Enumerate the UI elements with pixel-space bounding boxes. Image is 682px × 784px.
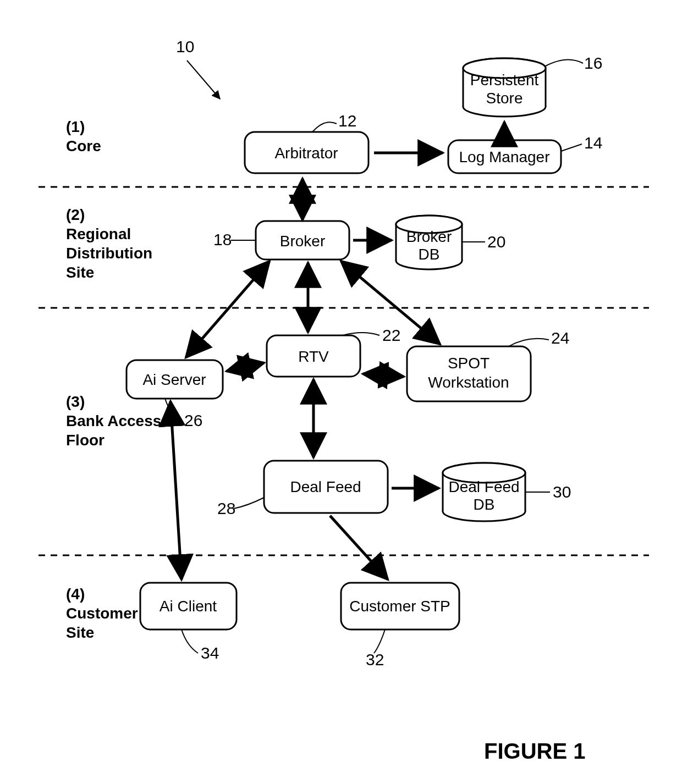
aiclient-label: Ai Client — [160, 598, 217, 615]
layer-regional-name1: Regional — [66, 225, 131, 242]
node-broker-db: Broker DB — [396, 216, 462, 269]
ref-customerstp: 32 — [366, 650, 384, 669]
layer-bank-id: (3) — [66, 393, 85, 410]
edge-broker-aiserver — [186, 261, 270, 357]
ref-persistent-leader — [546, 60, 583, 66]
ref-overall-pointer — [187, 60, 220, 99]
ref-dealfeed-leader — [234, 498, 264, 509]
ref-broker: 18 — [213, 230, 232, 249]
ref-logmanager: 14 — [584, 134, 602, 152]
spot-label2: Workstation — [428, 374, 509, 391]
arbitrator-label: Arbitrator — [274, 145, 338, 162]
node-persistent-store: Persistent Store — [463, 58, 546, 117]
ref-dealfeeddb: 30 — [553, 483, 571, 501]
broker-label: Broker — [280, 233, 325, 250]
aiserver-label: Ai Server — [142, 371, 206, 388]
persistent-label1: Persistent — [470, 71, 539, 89]
ref-spot-leader — [509, 339, 549, 346]
rtv-label: RTV — [298, 348, 329, 365]
layer-bank-name2: Floor — [66, 432, 105, 449]
customerstp-label: Customer STP — [349, 598, 450, 615]
edge-aiserver-aiclient — [170, 401, 182, 579]
layer-customer-name1: Customer — [66, 605, 138, 622]
edge-rtv-spot — [363, 374, 404, 377]
dealfeeddb-label1: Deal Feed — [448, 478, 519, 495]
dealfeed-label: Deal Feed — [290, 478, 361, 495]
layer-regional-id: (2) — [66, 206, 85, 223]
diagram-canvas: (1) Core (2) Regional Distribution Site … — [0, 0, 682, 784]
ref-spot: 24 — [551, 329, 569, 347]
ref-logmanager-leader — [561, 144, 582, 151]
layer-core-name: Core — [66, 137, 101, 154]
layer-customer-id: (4) — [66, 586, 85, 603]
ref-aiclient-leader — [182, 630, 198, 653]
layer-customer-name2: Site — [66, 624, 94, 641]
brokerdb-label1: Broker — [406, 228, 452, 245]
ref-rtv: 22 — [382, 326, 400, 344]
ref-dealfeed: 28 — [217, 499, 235, 517]
ref-arbitrator-leader — [312, 122, 337, 132]
ref-aiclient: 34 — [201, 644, 219, 662]
spot-label1: SPOT — [448, 355, 490, 372]
dealfeeddb-label2: DB — [474, 496, 495, 513]
edge-aiserver-rtv — [227, 363, 264, 371]
persistent-label2: Store — [486, 90, 523, 107]
ref-aiserver: 26 — [184, 411, 202, 429]
layer-bank-name1: Bank Access — [66, 412, 161, 429]
ref-customerstp-leader — [374, 630, 385, 653]
ref-aiserver-leader — [165, 399, 182, 421]
logmanager-label: Log Manager — [459, 148, 549, 165]
layer-regional-name3: Site — [66, 264, 94, 281]
ref-arbitrator: 12 — [338, 112, 356, 130]
ref-overall: 10 — [176, 37, 194, 56]
ref-persistent: 16 — [584, 54, 602, 72]
layer-core-id: (1) — [66, 118, 85, 135]
node-dealfeed-db: Deal Feed DB — [443, 463, 525, 521]
edge-dealfeed-customerstp — [330, 516, 388, 579]
brokerdb-label2: DB — [419, 246, 440, 263]
layer-regional-name2: Distribution — [66, 245, 152, 262]
figure-label: FIGURE 1 — [484, 739, 585, 763]
ref-brokerdb: 20 — [487, 233, 505, 251]
